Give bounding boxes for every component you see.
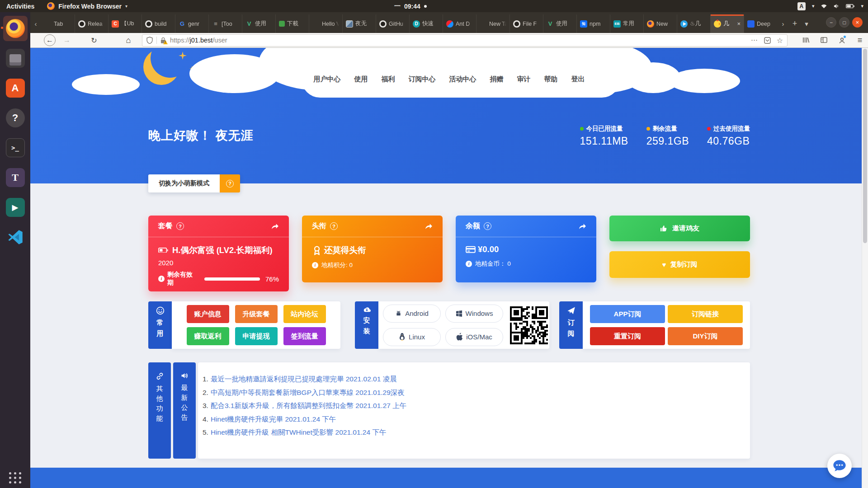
page-actions-icon[interactable]: ⋯: [751, 36, 758, 44]
browser-tab[interactable]: New Tab: [476, 14, 509, 33]
balance-help-icon[interactable]: ?: [484, 222, 491, 230]
browser-tab[interactable]: 下載: [275, 14, 309, 33]
browser-tab[interactable]: File F: [509, 14, 543, 33]
system-caret-down-icon[interactable]: ▾: [861, 3, 863, 9]
forward-button[interactable]: →: [59, 34, 75, 47]
browser-tab[interactable]: EB常用: [610, 14, 643, 33]
tab-subscribe[interactable]: 订阅: [559, 301, 583, 349]
announcement-link[interactable]: Hinet機房硬件升級 相關TWHinet受影響 2021.01.24 下午: [211, 428, 386, 436]
subscribe-button-APP订阅[interactable]: APP订阅: [590, 305, 665, 323]
shield-icon[interactable]: [146, 37, 153, 44]
sidebar-icon[interactable]: [817, 34, 830, 47]
browser-tab[interactable]: Relea: [75, 14, 108, 33]
show-applications-button[interactable]: [9, 472, 22, 483]
plan-share-icon[interactable]: [271, 223, 279, 230]
tab-install[interactable]: 安装: [355, 301, 378, 349]
quick-button-升级套餐[interactable]: 升级套餐: [235, 305, 278, 323]
nav-item-福利[interactable]: 福利: [382, 75, 395, 84]
window-close-button[interactable]: ×: [852, 17, 863, 28]
tab-quick[interactable]: 常用: [148, 301, 172, 349]
dock-item-help[interactable]: ?: [3, 105, 28, 131]
balance-share-icon[interactable]: [579, 223, 586, 230]
browser-tab[interactable]: Ggenr: [175, 14, 208, 33]
back-button[interactable]: ←: [42, 34, 58, 47]
dock-item-text-editor[interactable]: T: [3, 165, 28, 190]
dock-item-sender[interactable]: ▶: [3, 195, 28, 220]
announcement-link[interactable]: Hinet機房硬件升級完畢 2021.01.24 下午: [211, 415, 336, 423]
rank-share-icon[interactable]: [425, 223, 433, 230]
announcement-link[interactable]: 最近一批地精邀請返利提現已提現處理完畢 2021.02.01 凌晨: [211, 375, 397, 383]
nav-item-活动中心[interactable]: 活动中心: [449, 75, 476, 84]
nav-item-用户中心[interactable]: 用户中心: [314, 75, 341, 84]
nav-item-登出[interactable]: 登出: [571, 75, 585, 84]
battery-icon[interactable]: [846, 4, 854, 9]
subscribe-button-重置订阅[interactable]: 重置订阅: [590, 327, 665, 345]
dock-item-ubuntu-software[interactable]: A: [3, 75, 28, 101]
tab-latest-news[interactable]: 最新公告: [173, 362, 196, 459]
switch-mode-button[interactable]: 切换为小萌新模式 ?: [148, 174, 240, 192]
scrollbar-thumb[interactable]: [863, 49, 867, 243]
dock-item-firefox[interactable]: [3, 16, 28, 41]
scroll-tabs-left-button[interactable]: ‹: [30, 14, 41, 33]
announcement-link[interactable]: 中高短期/中等長期套餐新增BGP入口華東專線 2021.01.29深夜: [211, 389, 405, 396]
clock-button[interactable]: 一 09:44: [394, 0, 427, 12]
browser-tab[interactable]: V使用: [543, 14, 576, 33]
nav-item-审计[interactable]: 审计: [517, 75, 531, 84]
tab-other-functions[interactable]: 其他功能: [148, 362, 171, 459]
subscribe-button-DIY订阅[interactable]: DIY订阅: [668, 327, 743, 345]
browser-tab[interactable]: New: [643, 14, 677, 33]
quick-button-申请提现[interactable]: 申请提现: [235, 327, 278, 345]
browser-tab[interactable]: V使用: [242, 14, 275, 33]
install-button-Linux[interactable]: Linux: [383, 328, 441, 346]
input-method-icon[interactable]: A: [797, 2, 806, 10]
window-maximize-button[interactable]: ▢: [839, 17, 849, 28]
browser-tab[interactable]: Ant D: [443, 14, 476, 33]
announcement-link[interactable]: 配合3.1新版本升級，所有餘額調整到抵扣金幣 2021.01.27 上午: [211, 402, 406, 409]
nav-item-使用[interactable]: 使用: [354, 75, 368, 84]
app-menu-button[interactable]: Firefox Web Browser ▾: [47, 2, 127, 10]
rank-help-icon[interactable]: ?: [330, 222, 338, 230]
browser-tab[interactable]: build: [142, 14, 175, 33]
volume-icon[interactable]: [834, 4, 840, 9]
home-button[interactable]: ⌂: [120, 34, 137, 47]
browser-tab[interactable]: Tab: [41, 14, 75, 33]
copy-subscription-button[interactable]: ♥ 复制订阅: [609, 251, 750, 278]
quick-button-签到流量[interactable]: 签到流量: [283, 327, 326, 345]
browser-tab[interactable]: ≡[Too: [208, 14, 242, 33]
dock-item-files[interactable]: [3, 46, 28, 71]
nav-item-订阅中心[interactable]: 订阅中心: [409, 75, 436, 84]
browser-tab[interactable]: Hello Vu: [309, 14, 342, 33]
browser-tab[interactable]: 夜无: [342, 14, 376, 33]
plan-help-icon[interactable]: ?: [176, 222, 184, 230]
dock-item-terminal[interactable]: >_: [3, 135, 28, 160]
dock-item-vscode[interactable]: [3, 225, 28, 250]
account-icon[interactable]: [835, 34, 848, 47]
browser-tab[interactable]: 知npm: [576, 14, 610, 33]
browser-tab[interactable]: C【Ub: [108, 14, 142, 33]
close-tab-icon[interactable]: ×: [736, 20, 741, 27]
quick-button-账户信息[interactable]: 账户信息: [187, 305, 229, 323]
mode-help-icon[interactable]: ?: [220, 174, 240, 192]
browser-tab[interactable]: 几×: [710, 14, 744, 33]
chat-button[interactable]: [827, 454, 852, 478]
quick-button-赚取返利[interactable]: 赚取返利: [187, 327, 229, 345]
invite-button[interactable]: 邀请鸡友: [609, 216, 750, 241]
scroll-tabs-right-button[interactable]: ›: [777, 14, 789, 33]
install-button-iOS/Mac[interactable]: iOS/Mac: [445, 328, 503, 346]
browser-tab[interactable]: GitHu: [376, 14, 409, 33]
hamburger-menu-icon[interactable]: ≡: [854, 34, 866, 47]
pocket-icon[interactable]: [764, 37, 771, 44]
new-tab-button[interactable]: +: [789, 14, 801, 33]
quick-button-站内论坛[interactable]: 站内论坛: [283, 305, 326, 323]
bookmark-star-icon[interactable]: ☆: [777, 36, 783, 45]
nav-item-帮助[interactable]: 帮助: [544, 75, 558, 84]
browser-tab[interactable]: D快速: [409, 14, 443, 33]
lock-warning-icon[interactable]: [160, 37, 166, 44]
install-button-Windows[interactable]: Windows: [445, 305, 503, 323]
subscribe-button-订阅链接[interactable]: 订阅链接: [668, 305, 743, 323]
library-icon[interactable]: [799, 34, 812, 47]
browser-tab[interactable]: Deep: [744, 14, 777, 33]
nav-item-捐赠[interactable]: 捐赠: [490, 75, 504, 84]
activities-button[interactable]: Activities: [6, 3, 34, 10]
url-bar[interactable]: https://j01.best/user ⋯ ☆: [142, 34, 788, 47]
